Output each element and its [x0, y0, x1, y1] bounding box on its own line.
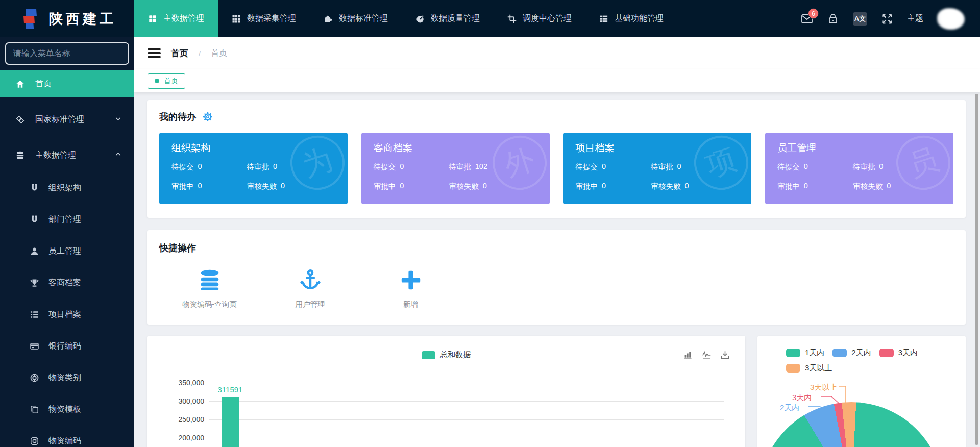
gridline [209, 438, 724, 438]
stat-label: 待提交 [576, 162, 598, 172]
chevron-up-icon [114, 151, 122, 160]
y-axis-tick: 250,000 [147, 415, 204, 424]
pie-callout-3day: 3天内 [792, 393, 812, 403]
sidebar-menu: 首页 国家标准管理 主数据管理 组织架构 部门管理 [0, 70, 134, 447]
puzzle-icon [324, 14, 333, 23]
home-icon [15, 79, 25, 89]
download-icon[interactable] [720, 350, 730, 360]
quick-action-material-code-query[interactable]: 物资编码-查询页 [159, 268, 260, 309]
topbar-actions: 6 A文 主题 [801, 0, 980, 37]
topnav-item-data-collection[interactable]: 数据采集管理 [218, 0, 310, 37]
quick-panel-title: 快捷操作 [159, 242, 196, 254]
pie-legend-item-over3day[interactable]: 3天以上 [786, 363, 832, 373]
lock-screen-button[interactable] [827, 13, 839, 25]
legend-label: 2天内 [851, 348, 871, 358]
stat-label: 待审批 [449, 162, 471, 172]
quick-actions-panel: 快捷操作 物资编码-查询页 用户管理 新增 [147, 230, 966, 325]
sidebar-item-material-codes[interactable]: 物资编码 [0, 425, 134, 447]
sidebar-item-project-files[interactable]: 项目档案 [0, 299, 134, 330]
stat-value: 0 [400, 182, 404, 191]
app-window: 陕西建工 主数据管理 数据采集管理 数据标准管理 数据质量管理 调度中心管理 [0, 0, 980, 447]
user-avatar[interactable] [937, 8, 965, 30]
topnav-item-dispatch-center[interactable]: 调度中心管理 [494, 0, 585, 37]
stat-label: 审核失败 [247, 182, 277, 191]
sidebar-item-org-structure[interactable]: 组织架构 [0, 172, 134, 204]
theme-button[interactable]: 主题 [907, 13, 923, 24]
language-switch-button[interactable]: A文 [853, 12, 867, 26]
sidebar-item-material-template[interactable]: 物资模板 [0, 393, 134, 425]
topnav-label: 数据质量管理 [431, 13, 480, 24]
tags-bar: 首页 [134, 69, 980, 92]
pie-legend-item-3day[interactable]: 3天内 [879, 348, 918, 358]
stat-label: 审批中 [777, 182, 800, 191]
bar-series-total-data[interactable] [222, 397, 239, 447]
sidebar-item-material-category[interactable]: 物资类别 [0, 362, 134, 393]
bar-value-label: 311591 [205, 385, 256, 394]
camera-square-icon [30, 436, 39, 446]
breadcrumb-root[interactable]: 首页 [171, 47, 188, 59]
fullscreen-button[interactable] [881, 13, 893, 25]
brand-logo-icon [19, 8, 42, 30]
main-area: 首页 / 首页 首页 我的待办 组织架构 [134, 37, 980, 447]
menu-search-input[interactable] [5, 42, 129, 65]
quick-action-label: 用户管理 [296, 300, 325, 309]
todo-card-employee-mgmt[interactable]: 员工管理 待提交0 待审批0 审批中0 审核失败0 员 [765, 133, 953, 204]
sidebar-item-label: 项目档案 [48, 309, 81, 320]
topbar: 陕西建工 主数据管理 数据采集管理 数据标准管理 数据质量管理 调度中心管理 [0, 0, 980, 37]
sidebar-item-national-standards[interactable]: 国家标准管理 [0, 106, 134, 133]
legend-marker [422, 351, 435, 359]
sidebar-item-label: 部门管理 [48, 214, 81, 225]
topnav-item-data-standard[interactable]: 数据标准管理 [310, 0, 402, 37]
topnav-label: 数据标准管理 [339, 13, 388, 24]
sidebar-item-home[interactable]: 首页 [0, 70, 134, 97]
tag-home[interactable]: 首页 [148, 73, 185, 89]
todo-card-project-files[interactable]: 项目档案 待提交0 待审批0 审批中0 审核失败0 项 [564, 133, 752, 204]
bar-chart-icon[interactable] [683, 350, 693, 360]
topnav-item-data-quality[interactable]: 数据质量管理 [402, 0, 494, 37]
sidebar-item-master-data[interactable]: 主数据管理 [0, 141, 134, 169]
pie-legend-item-1day[interactable]: 1天内 [786, 348, 824, 358]
sidebar-item-customer-files[interactable]: 客商档案 [0, 267, 134, 299]
todo-card-title: 项目档案 [576, 141, 740, 155]
stat-value: 0 [677, 162, 681, 172]
stat-label: 审核失败 [651, 182, 681, 191]
stat-value: 0 [804, 182, 808, 191]
collapse-sidebar-button[interactable] [148, 48, 161, 58]
topnav-item-master-data[interactable]: 主数据管理 [134, 0, 218, 37]
vertical-scrollbar[interactable] [975, 94, 978, 445]
message-count-badge: 6 [808, 8, 819, 19]
brand-logo[interactable]: 陕西建工 [0, 0, 134, 37]
settings-gear-icon[interactable] [202, 111, 213, 122]
pie-callout-2day: 2天内 [780, 403, 799, 413]
tag-label: 首页 [164, 77, 178, 86]
chart-toolbox [683, 350, 730, 360]
sidebar-item-label: 客商档案 [48, 278, 81, 288]
gridline [209, 419, 724, 420]
stat-label: 审核失败 [853, 182, 883, 191]
quick-action-user-mgmt[interactable]: 用户管理 [260, 268, 360, 309]
topnav-label: 基础功能管理 [615, 13, 664, 24]
sidebar-item-bank-codes[interactable]: 银行编码 [0, 330, 134, 362]
breadcrumb-current: 首页 [211, 48, 227, 59]
y-axis-tick: 200,000 [147, 434, 204, 442]
gauge-icon [415, 14, 425, 23]
database-icon [15, 151, 25, 160]
sidebar-item-department-mgmt[interactable]: 部门管理 [0, 204, 134, 235]
todo-card-title: 员工管理 [777, 141, 941, 155]
line-chart-icon[interactable] [702, 350, 712, 360]
todo-card-org-structure[interactable]: 组织架构 待提交0 待审批0 审批中0 审核失败0 为 [159, 133, 348, 204]
sidebar-item-employee-mgmt[interactable]: 员工管理 [0, 235, 134, 267]
stat-label: 待提交 [172, 162, 194, 172]
topnav-label: 主数据管理 [163, 13, 204, 24]
bar-chart-legend[interactable]: 总和数据 [147, 350, 745, 360]
pie-legend-row-1: 1天内 2天内 3天内 [786, 348, 966, 358]
topnav-label: 调度中心管理 [523, 13, 572, 24]
quick-action-add-new[interactable]: 新增 [360, 268, 461, 309]
topnav-item-basic-functions[interactable]: 基础功能管理 [585, 0, 677, 37]
messages-button[interactable]: 6 [801, 13, 813, 25]
todo-card-customer-files[interactable]: 客商档案 待提交0 待审批102 审批中0 审核失败0 外 [361, 133, 550, 204]
plus-icon [399, 268, 423, 292]
stat-label: 审批中 [374, 182, 396, 191]
pie-legend-item-2day[interactable]: 2天内 [832, 348, 871, 358]
sidebar-item-label: 主数据管理 [35, 150, 76, 161]
